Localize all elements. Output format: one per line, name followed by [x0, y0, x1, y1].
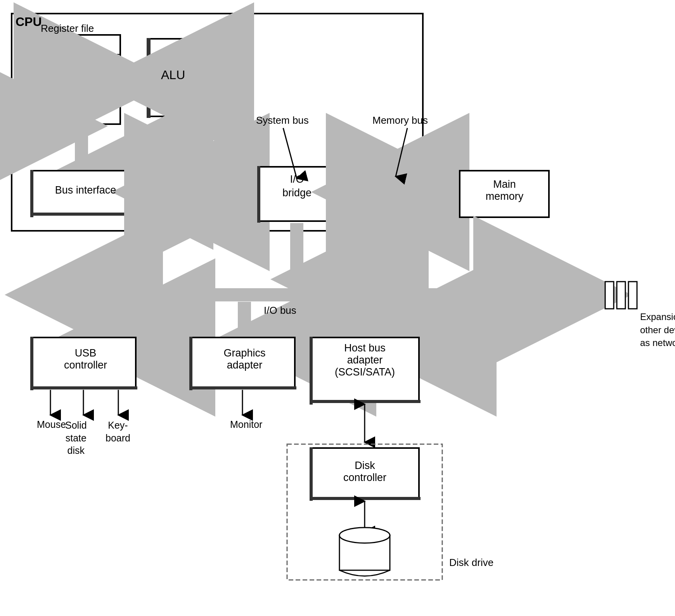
expansion-slots-label: Expansion slots for other devices such a…: [640, 310, 675, 350]
svg-rect-45: [310, 337, 313, 405]
svg-rect-12: [147, 38, 151, 118]
svg-rect-5: [43, 35, 120, 124]
svg-rect-44: [310, 400, 421, 403]
memory-bus-label: Memory bus: [372, 114, 428, 126]
solid-state-disk-label: Solid state disk: [65, 419, 87, 457]
alu-label: ALU: [161, 68, 185, 82]
svg-rect-4: [12, 14, 423, 231]
svg-rect-16: [30, 213, 137, 216]
io-bridge-label: I/Obridge: [259, 173, 335, 200]
svg-rect-27: [605, 282, 614, 309]
svg-rect-10: [42, 34, 46, 126]
svg-rect-33: [30, 337, 33, 390]
svg-rect-17: [30, 170, 33, 217]
io-bus-label: I/O bus: [264, 305, 296, 317]
svg-rect-52: [339, 535, 390, 570]
cpu-label: CPU: [16, 15, 42, 29]
svg-rect-40: [189, 337, 192, 390]
monitor-label: Monitor: [230, 419, 262, 430]
host-bus-adapter-label: Host bus adapter (SCSI/SATA): [313, 342, 416, 378]
svg-rect-39: [189, 386, 296, 389]
keyboard-label: Key- board: [106, 419, 130, 444]
bus-interface-label: Bus interface: [34, 184, 137, 196]
svg-rect-28: [617, 282, 625, 309]
svg-line-24: [396, 128, 407, 176]
svg-point-53: [339, 528, 390, 543]
mouse-label: Mouse: [37, 419, 66, 430]
register-file-label: Register file: [41, 22, 94, 35]
disk-drive-label: Disk drive: [449, 557, 493, 569]
svg-rect-50: [310, 447, 313, 501]
main-memory-label: Main memory: [461, 178, 548, 202]
svg-rect-29: [628, 282, 637, 309]
usb-controller-label: USB controller: [34, 347, 137, 371]
graphics-adapter-label: Graphics adapter: [193, 347, 296, 371]
svg-line-23: [283, 128, 297, 178]
svg-rect-49: [310, 497, 421, 500]
svg-rect-32: [30, 386, 137, 389]
system-bus-label: System bus: [256, 114, 309, 126]
disk-controller-label: Disk controller: [313, 460, 416, 484]
